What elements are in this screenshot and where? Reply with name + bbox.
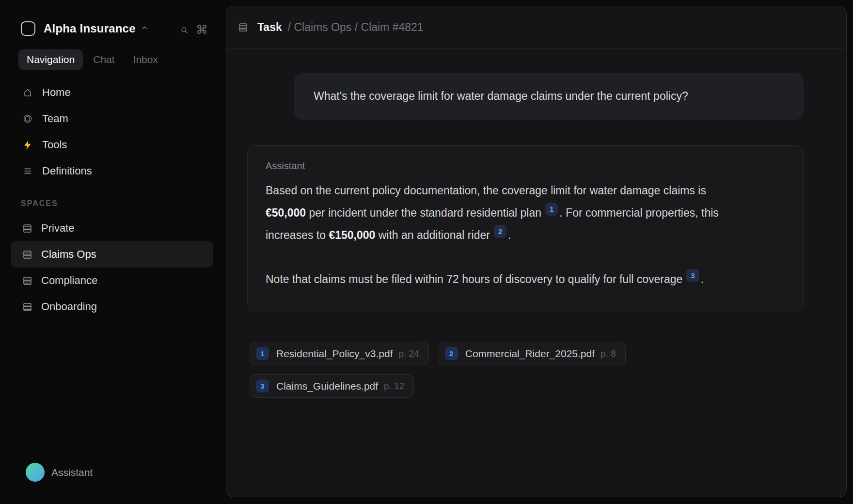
- search-icon[interactable]: [180, 26, 189, 35]
- assistant-speaker-label: Assistant: [266, 160, 786, 172]
- citation-chip-1[interactable]: 1 Residential_Policy_v3.pdf p. 24: [250, 342, 429, 365]
- user-message: What's the coverage limit for water dama…: [294, 73, 804, 120]
- citation-chip-3[interactable]: 3 Claims_Guidelines.pdf p. 12: [250, 374, 414, 398]
- chat-thread: What's the coverage limit for water dama…: [226, 73, 846, 398]
- tab-chat[interactable]: Chat: [85, 49, 123, 70]
- command-icon[interactable]: ⌘: [196, 24, 208, 36]
- sidebar-item-home[interactable]: Home: [19, 79, 213, 106]
- assistant-avatar: [26, 463, 45, 482]
- citation-list: 1 Residential_Policy_v3.pdf p. 24 2 Comm…: [250, 342, 783, 398]
- assistant-footer-label: Assistant: [51, 467, 93, 478]
- team-icon: [21, 113, 34, 124]
- assistant-paragraph: Based on the current policy documentatio…: [266, 179, 727, 246]
- sidebar-tabs: Navigation Chat Inbox: [18, 49, 166, 70]
- sidebar-actions: ⌘: [180, 25, 208, 36]
- breadcrumb-current[interactable]: Task: [257, 21, 282, 34]
- space-label: Onboarding: [41, 300, 97, 313]
- breadcrumb-trail[interactable]: / Claims Ops / Claim #4821: [288, 21, 424, 34]
- assistant-footer[interactable]: Assistant: [26, 463, 93, 482]
- text-segment: Note that claims must be filed within 72…: [266, 273, 682, 285]
- citation-ref-3[interactable]: 3: [686, 269, 699, 282]
- menu-lines-icon: [21, 166, 34, 176]
- journal-icon: [21, 276, 33, 286]
- text-segment: .: [508, 229, 511, 241]
- citation-number-badge: 3: [256, 379, 269, 393]
- workspace-logo-icon: [21, 21, 35, 36]
- citation-page: p. 24: [398, 348, 419, 359]
- tab-inbox[interactable]: Inbox: [125, 49, 166, 70]
- journal-icon: [238, 22, 248, 32]
- sidebar-nav: Home Team Tools Definitions: [19, 79, 213, 184]
- citation-filename: Claims_Guidelines.pdf: [276, 380, 378, 392]
- space-label: Private: [41, 222, 74, 235]
- sidebar-item-definitions[interactable]: Definitions: [19, 158, 213, 184]
- main-panel: Task / Claims Ops / Claim #4821 What's t…: [226, 6, 847, 497]
- citation-ref-1[interactable]: 1: [545, 203, 558, 216]
- journal-icon: [21, 250, 33, 260]
- text-segment: per incident under the standard resident…: [306, 206, 541, 219]
- text-segment: .: [701, 273, 704, 285]
- sidebar-item-private[interactable]: Private: [11, 215, 213, 241]
- text-segment: with an additional rider: [375, 229, 490, 241]
- chevron-up-icon: [141, 24, 149, 32]
- citation-filename: Residential_Policy_v3.pdf: [276, 348, 393, 360]
- sidebar-item-claims-ops[interactable]: Claims Ops: [11, 241, 213, 268]
- text-segment: Based on the current policy documentatio…: [266, 184, 706, 197]
- bold-amount: €150,000: [329, 229, 375, 241]
- journal-icon: [21, 302, 33, 312]
- workspace-name: Alpha Insurance: [44, 22, 136, 35]
- citation-page: p. 12: [384, 381, 404, 392]
- app-root: { "colors": { "accent_blue": "#6ea6f0", …: [0, 0, 853, 504]
- space-label: Compliance: [41, 274, 97, 287]
- sidebar-item-onboarding[interactable]: Onboarding: [11, 294, 213, 320]
- citation-chip-2[interactable]: 2 Commercial_Rider_2025.pdf p. 8: [439, 342, 626, 365]
- lightning-icon: [21, 140, 34, 150]
- bold-amount: €50,000: [266, 206, 306, 219]
- citation-number-badge: 1: [256, 347, 269, 360]
- spaces-heading: SPACES: [21, 199, 58, 208]
- workspace-switcher[interactable]: Alpha Insurance: [21, 20, 149, 37]
- citation-page: p. 8: [600, 348, 616, 359]
- sidebar-item-tools[interactable]: Tools: [19, 132, 213, 158]
- space-label: Claims Ops: [41, 248, 96, 261]
- user-message-text: What's the coverage limit for water dama…: [314, 90, 688, 102]
- assistant-message: Assistant Based on the current policy do…: [247, 145, 804, 311]
- panel-header: Task / Claims Ops / Claim #4821: [226, 6, 846, 49]
- tab-navigation[interactable]: Navigation: [18, 49, 83, 70]
- spaces-list: Private Claims Ops Compliance Onboarding: [11, 215, 213, 320]
- citation-number-badge: 2: [445, 347, 458, 360]
- citation-ref-2[interactable]: 2: [494, 225, 506, 238]
- sidebar-item-compliance[interactable]: Compliance: [11, 268, 213, 294]
- home-icon: [21, 87, 34, 98]
- nav-label: Tools: [42, 139, 67, 151]
- nav-label: Home: [42, 86, 71, 99]
- nav-label: Team: [42, 112, 68, 125]
- journal-icon: [21, 223, 33, 234]
- assistant-paragraph: Note that claims must be filed within 72…: [266, 268, 727, 290]
- sidebar: Alpha Insurance ⌘ Navigation Chat Inbox …: [0, 0, 226, 504]
- nav-label: Definitions: [42, 165, 92, 177]
- citation-filename: Commercial_Rider_2025.pdf: [465, 348, 595, 360]
- sidebar-item-team[interactable]: Team: [19, 106, 213, 132]
